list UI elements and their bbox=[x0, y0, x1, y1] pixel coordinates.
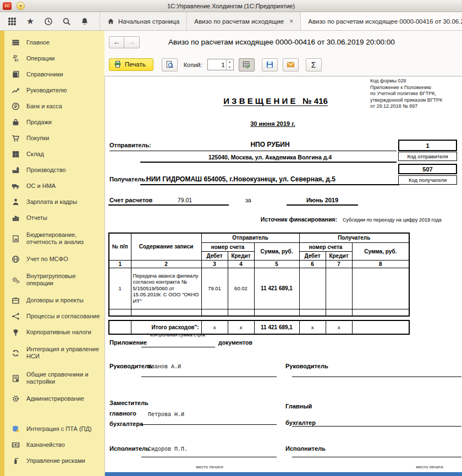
search-icon[interactable] bbox=[62, 16, 72, 26]
window-titlebar: 1С ▾ 1С:Управление Холдингом (1С:Предпри… bbox=[0, 0, 462, 12]
sidebar-item-budgeting[interactable]: Бюджетирование, отчетность и анализ bbox=[4, 226, 105, 251]
tab-label: Авизо по расчетам исходящие bbox=[194, 18, 284, 25]
menu-icon bbox=[9, 38, 21, 47]
sidebar-item-processes[interactable]: Процессы и согласование bbox=[4, 308, 105, 324]
sidebar-item-catalogs[interactable]: Справочники bbox=[4, 67, 105, 82]
sidebar-item-operations[interactable]: ДтКтОперации bbox=[4, 51, 105, 67]
bottom-selection-strip bbox=[105, 472, 462, 476]
sidebar-item-intragroup[interactable]: Внутригрупповые операции bbox=[4, 267, 105, 292]
stamp-place-left: место печати bbox=[166, 464, 254, 469]
sidebar-item-salary-hr[interactable]: Зарплата и кадры bbox=[4, 194, 105, 210]
attachment-underline bbox=[141, 339, 215, 347]
preview-button[interactable] bbox=[162, 58, 178, 71]
sum-button[interactable]: Σ bbox=[306, 58, 322, 71]
row-receiver-credit bbox=[326, 268, 352, 309]
copies-input[interactable] bbox=[208, 59, 226, 70]
sidebar-item-common-settings[interactable]: Общие справочники и настройки bbox=[4, 366, 105, 391]
sidebar-item-integration-nsi[interactable]: Интеграция и управление НСИ bbox=[4, 340, 105, 366]
home-icon bbox=[107, 18, 114, 25]
sidebar-item-treasury[interactable]: Казначейство bbox=[4, 437, 105, 453]
spreadsheet-document[interactable]: Код формы 028 Приложение к Положению по … bbox=[105, 76, 462, 476]
sidebar-item-corporate-taxes[interactable]: Корпоративные налоги bbox=[4, 324, 105, 340]
account-underline bbox=[108, 197, 229, 206]
deputy-sign-line bbox=[141, 412, 277, 425]
sidebar-item-contracts[interactable]: Договоры и проекты bbox=[4, 292, 105, 308]
sidebar-item-administration[interactable]: Администрирование bbox=[4, 391, 105, 407]
sidebar-item-fixed-assets[interactable]: ОС и НМА bbox=[4, 178, 105, 194]
sidebar-item-bank-cash[interactable]: Банк и касса bbox=[4, 98, 105, 114]
flow-diagram-icon bbox=[9, 312, 21, 320]
sidebar-item-pta-integration[interactable]: Интеграция с ПТА (ПД) bbox=[4, 421, 105, 437]
sidebar-item-risk-management[interactable]: Управление рисками bbox=[4, 453, 105, 469]
document-chart-icon bbox=[9, 235, 21, 243]
history-icon[interactable] bbox=[43, 16, 53, 26]
subheader-account: номер счета bbox=[201, 242, 254, 251]
copies-stepper: ▲▼ bbox=[207, 59, 234, 70]
column-numbers-row: 12345678 bbox=[109, 260, 409, 268]
email-button[interactable] bbox=[283, 58, 299, 71]
bag-icon bbox=[9, 118, 21, 126]
subheader-sum: Сумма, руб. bbox=[254, 242, 299, 260]
forward-button[interactable]: → bbox=[124, 36, 140, 48]
sidebar-item-ifrs[interactable]: Учет по МСФО bbox=[4, 251, 105, 267]
favorites-star-icon[interactable]: ★ bbox=[25, 16, 35, 26]
group-header-receiver: Получатель bbox=[299, 233, 409, 242]
preview-icon bbox=[166, 60, 174, 69]
copies-label: Копий: bbox=[184, 62, 202, 68]
row-sender-credit: 60.02 bbox=[228, 268, 254, 309]
person-icon bbox=[9, 198, 21, 206]
page-title: Авизо по расчетам исходящее 0000-00416 о… bbox=[168, 38, 395, 46]
sidebar-item-sales[interactable]: Продажи bbox=[4, 114, 105, 130]
close-icon[interactable]: × bbox=[289, 18, 293, 25]
back-button[interactable]: ← bbox=[109, 36, 124, 48]
director-sign-line-left bbox=[141, 364, 277, 377]
tab-label: Начальная страница bbox=[118, 18, 179, 25]
boxes-grid-icon bbox=[9, 150, 21, 158]
tab-home[interactable]: Начальная страница bbox=[100, 12, 186, 30]
briefcase-icon bbox=[9, 296, 21, 305]
ruble-coin-icon bbox=[9, 102, 21, 110]
footnote: * контрольная сумма строк bbox=[147, 332, 205, 337]
sidebar-item-main[interactable]: Главное bbox=[4, 35, 105, 51]
sync-arrows-icon bbox=[9, 349, 21, 357]
row-num: 1 bbox=[109, 268, 131, 309]
print-toolbar: Печать Копий: ▲▼ Σ bbox=[105, 53, 462, 76]
total-receiver-debit: х bbox=[299, 320, 326, 334]
notifications-bell-icon[interactable] bbox=[80, 16, 90, 26]
period-underline bbox=[287, 197, 358, 206]
cart-icon bbox=[9, 134, 21, 142]
table-edit-button[interactable] bbox=[239, 58, 255, 71]
sender-code-value: 1 bbox=[398, 140, 457, 151]
subheader-account: номер счета bbox=[299, 242, 352, 251]
quick-panel: ★ bbox=[0, 12, 100, 30]
copies-spinner[interactable]: ▲▼ bbox=[226, 59, 233, 70]
tab-aviso-document[interactable]: Авизо по расчетам исходящее 0000-00416 о… bbox=[300, 12, 462, 30]
print-button[interactable]: Печать bbox=[109, 58, 153, 71]
tab-label: Авизо по расчетам исходящее 0000-00416 о… bbox=[308, 18, 462, 25]
receiver-code-value: 507 bbox=[398, 164, 457, 174]
executor-sign-line-left bbox=[141, 445, 277, 457]
app-logo-1c-icon[interactable]: 1С bbox=[3, 2, 12, 10]
aviso-table: № п/п Содержание записи Отправитель Полу… bbox=[108, 233, 410, 317]
sidebar-item-for-manager[interactable]: Руководителю bbox=[4, 82, 105, 98]
table-edit-icon bbox=[243, 60, 251, 69]
sender-underline bbox=[109, 142, 397, 151]
sender-address-underline bbox=[140, 154, 397, 163]
executor-sign-line-right bbox=[292, 445, 461, 457]
extinguisher-icon bbox=[9, 457, 21, 465]
truck-icon bbox=[9, 182, 21, 190]
sidebar-item-reports[interactable]: Отчеты bbox=[4, 210, 105, 226]
receiver-underline bbox=[140, 176, 399, 185]
eagle-emblem-icon bbox=[9, 328, 21, 336]
main-menu-dropdown-button[interactable]: ▾ bbox=[16, 2, 25, 10]
sender-code-label: Код отправителя bbox=[398, 152, 457, 161]
sidebar-item-production[interactable]: Производство bbox=[4, 162, 105, 178]
save-button[interactable] bbox=[262, 58, 278, 71]
director-sign-line-right bbox=[292, 364, 461, 377]
apps-grid-icon[interactable] bbox=[7, 16, 17, 26]
subheader-sum: Сумма, руб. bbox=[352, 242, 409, 260]
sidebar-item-purchases[interactable]: Покупки bbox=[4, 130, 105, 146]
sidebar-item-warehouse[interactable]: Склад bbox=[4, 146, 105, 162]
tab-aviso-list[interactable]: Авизо по расчетам исходящие × bbox=[186, 12, 300, 30]
document-date: 30 июня 2019 г. bbox=[210, 120, 336, 127]
